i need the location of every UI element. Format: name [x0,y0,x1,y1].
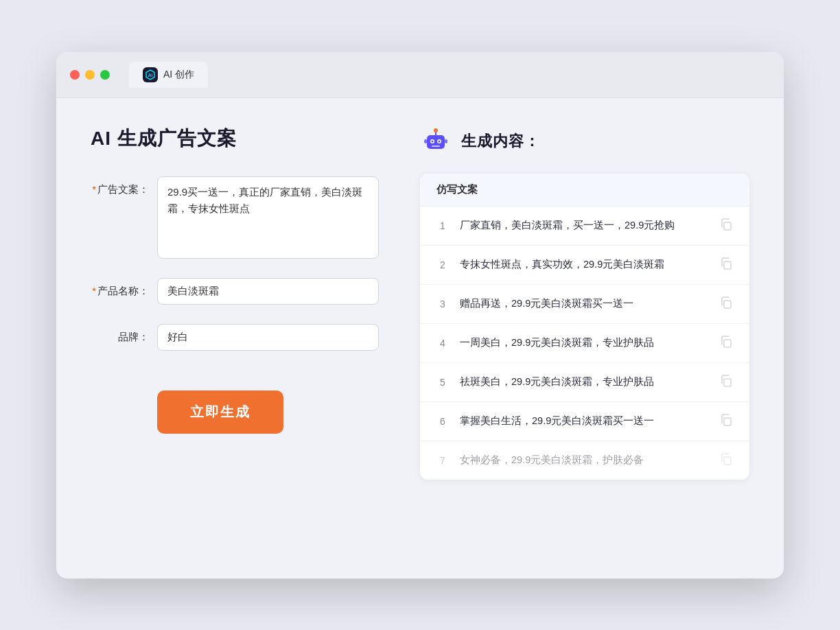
result-number: 2 [436,259,449,270]
result-text: 一周美白，29.9元美白淡斑霜，专业护肤品 [460,336,708,351]
browser-window: AI AI 创作 AI 生成广告文案 *广告文案： *产品名称： [56,52,784,579]
ad-copy-textarea[interactable] [157,176,379,259]
svg-rect-18 [724,457,731,465]
svg-point-5 [432,140,434,142]
svg-rect-7 [432,145,440,147]
result-text: 掌握美白生活，29.9元美白淡斑霜买一送一 [460,414,708,429]
svg-text:AI: AI [148,73,153,78]
svg-rect-12 [724,222,731,230]
content-area: AI 生成广告文案 *广告文案： *产品名称： 品牌： 立 [56,98,784,579]
copy-button[interactable] [719,452,733,469]
copy-button[interactable] [719,413,733,430]
result-text: 厂家直销，美白淡斑霜，买一送一，29.9元抢购 [460,218,708,233]
right-panel-title: 生成内容： [461,131,540,152]
result-item: 1厂家直销，美白淡斑霜，买一送一，29.9元抢购 [420,207,749,246]
ai-tab[interactable]: AI AI 创作 [129,62,208,88]
product-name-group: *产品名称： [91,278,379,305]
svg-rect-13 [724,261,731,269]
result-item: 3赠品再送，29.9元美白淡斑霜买一送一 [420,285,749,324]
copy-button[interactable] [719,374,733,390]
svg-rect-16 [724,379,731,386]
result-text: 专抹女性斑点，真实功效，29.9元美白淡斑霜 [460,257,708,272]
svg-rect-17 [724,418,731,425]
results-header: 仿写文案 [420,174,749,207]
product-name-required-star: * [92,285,96,296]
result-text: 女神必备，29.9元美白淡斑霜，护肤必备 [460,453,708,468]
traffic-lights [70,70,110,80]
svg-rect-10 [424,139,427,143]
svg-rect-11 [445,139,447,143]
result-text: 赠品再送，29.9元美白淡斑霜买一送一 [460,296,708,312]
copy-button[interactable] [719,335,733,351]
maximize-button[interactable] [100,70,110,80]
copy-button[interactable] [719,218,733,234]
minimize-button[interactable] [85,70,95,80]
ad-copy-label: *广告文案： [91,176,149,196]
svg-rect-14 [724,301,731,308]
right-header: 生成内容： [420,126,749,157]
result-number: 5 [436,377,449,388]
ad-copy-required-star: * [92,183,96,195]
tab-label: AI 创作 [163,69,194,81]
left-panel: AI 生成广告文案 *广告文案： *产品名称： 品牌： 立 [91,126,379,551]
generate-button[interactable]: 立即生成 [157,390,283,434]
result-item: 4一周美白，29.9元美白淡斑霜，专业护肤品 [420,324,749,363]
result-number: 7 [436,455,449,466]
title-bar: AI AI 创作 [56,52,784,98]
brand-input[interactable] [157,324,379,351]
copy-button[interactable] [719,257,733,273]
svg-point-6 [439,140,441,142]
brand-group: 品牌： [91,324,379,351]
right-panel: 生成内容： 仿写文案 1厂家直销，美白淡斑霜，买一送一，29.9元抢购 2专抹女… [420,126,749,551]
result-item: 5祛斑美白，29.9元美白淡斑霜，专业护肤品 [420,363,749,402]
results-card: 仿写文案 1厂家直销，美白淡斑霜，买一送一，29.9元抢购 2专抹女性斑点，真实… [420,174,749,480]
result-item: 7女神必备，29.9元美白淡斑霜，护肤必备 [420,441,749,480]
robot-icon [420,126,452,157]
ai-tab-icon: AI [143,67,158,82]
result-number: 6 [436,416,449,427]
result-number: 3 [436,299,449,310]
product-name-input[interactable] [157,278,379,305]
close-button[interactable] [70,70,80,80]
copy-button[interactable] [719,296,733,312]
result-item: 2专抹女性斑点，真实功效，29.9元美白淡斑霜 [420,246,749,285]
page-title: AI 生成广告文案 [91,126,379,152]
svg-rect-15 [724,340,731,347]
brand-label: 品牌： [91,324,149,344]
result-item: 6掌握美白生活，29.9元美白淡斑霜买一送一 [420,402,749,441]
result-number: 4 [436,338,449,349]
ad-copy-group: *广告文案： [91,176,379,259]
result-number: 1 [436,220,449,231]
svg-point-9 [434,128,438,132]
results-list: 1厂家直销，美白淡斑霜，买一送一，29.9元抢购 2专抹女性斑点，真实功效，29… [420,207,749,480]
product-name-label: *产品名称： [91,278,149,298]
result-text: 祛斑美白，29.9元美白淡斑霜，专业护肤品 [460,375,708,390]
